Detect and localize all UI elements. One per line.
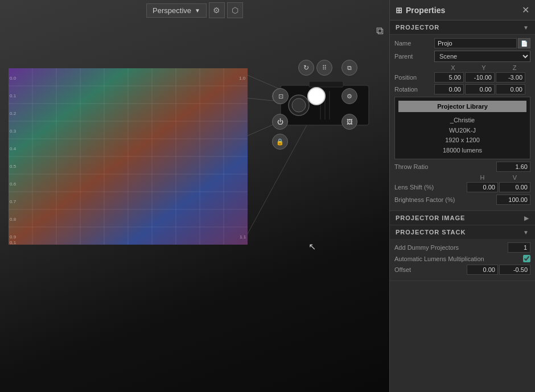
properties-icon: ⊞ — [396, 6, 402, 15]
name-input[interactable] — [434, 38, 517, 48]
projector-stack-label: PROJECTOR STACK — [396, 229, 466, 236]
display-icon-btn[interactable]: ⬡ — [227, 2, 243, 18]
name-label: Name — [394, 40, 434, 47]
projector-stack-header[interactable]: PROJECTOR STACK ▼ — [390, 225, 535, 239]
offset-inputs — [467, 265, 530, 275]
name-edit-btn[interactable]: 📄 — [518, 38, 530, 48]
rotation-inputs — [434, 84, 530, 94]
properties-panel: ⊞ Properties ✕ PROJECTOR ▼ Name 📄 Parent… — [389, 0, 535, 392]
library-box: Projector Library _Christie WU20K-J 1920… — [394, 97, 530, 159]
lock-btn[interactable]: 🔒 — [272, 134, 288, 150]
projector-section-label: PROJECTOR — [396, 24, 439, 31]
svg-text:0.0: 0.0 — [10, 76, 17, 81]
z-header: Z — [500, 64, 529, 71]
offset-row: Offset — [394, 265, 530, 275]
rotate-control-btn[interactable]: ↻ — [298, 60, 314, 76]
svg-point-40 — [292, 98, 306, 112]
svg-text:0.7: 0.7 — [10, 199, 17, 204]
position-label: Position — [394, 74, 434, 81]
rot-z-input[interactable] — [496, 84, 525, 94]
svg-text:0.1: 0.1 — [10, 93, 17, 98]
perspective-toolbar: Perspective ▼ ⚙ ⬡ — [0, 0, 389, 20]
svg-text:0,1: 0,1 — [10, 240, 17, 245]
library-button[interactable]: Projector Library — [398, 101, 526, 112]
perspective-dropdown[interactable]: Perspective ▼ — [146, 3, 207, 18]
throw-ratio-row: Throw Ratio — [394, 162, 530, 172]
parent-field-row: Parent Scene — [394, 51, 530, 62]
svg-text:0.4: 0.4 — [10, 146, 17, 151]
settings-icon-btn[interactable]: ⚙ — [209, 2, 225, 18]
svg-text:0.5: 0.5 — [10, 164, 17, 169]
brightness-label: Brightness Factor (%) — [394, 196, 496, 203]
model-label: WU20K-J — [398, 126, 526, 136]
copy-btn[interactable]: ⧉ — [341, 60, 357, 76]
auto-lumens-checkbox[interactable] — [523, 255, 530, 262]
layer-icon[interactable]: ⧉ — [376, 25, 384, 37]
perspective-label: Perspective — [153, 6, 191, 15]
rot-x-input[interactable] — [434, 84, 464, 94]
auto-lumens-label: Automatic Lumens Multiplication — [394, 255, 523, 262]
lens-shift-row: Lens Shift (%) — [394, 182, 530, 192]
projector-chevron-icon: ▼ — [523, 24, 529, 31]
x-header: X — [438, 64, 468, 71]
svg-text:0.2: 0.2 — [10, 111, 17, 116]
throw-ratio-input[interactable] — [496, 162, 530, 172]
throw-ratio-label: Throw Ratio — [394, 163, 496, 170]
dropdown-arrow-icon: ▼ — [195, 7, 200, 14]
svg-text:1.1: 1.1 — [240, 234, 246, 240]
pos-z-input[interactable] — [496, 72, 525, 82]
brightness-row: Brightness Factor (%) — [394, 195, 530, 205]
svg-text:0.6: 0.6 — [10, 181, 17, 187]
projector-image-chevron: ▶ — [524, 215, 529, 221]
screen-btn[interactable]: ⊡ — [273, 88, 289, 104]
lens-hv-headers: H V — [394, 174, 530, 181]
v-header: V — [499, 174, 530, 181]
lens-shift-inputs — [467, 182, 530, 192]
projection-screen: 0.0 0.1 0.2 0.3 0.4 0.5 0.6 0.7 0.8 0.9 … — [9, 68, 248, 245]
properties-title: Properties — [406, 6, 445, 15]
y-header: Y — [469, 64, 499, 71]
position-row: Position — [394, 72, 530, 82]
stack-content: Add Dummy Projectors Automatic Lumens Mu… — [390, 239, 535, 280]
offset-label: Offset — [394, 266, 467, 273]
center-indicator — [307, 87, 326, 105]
auto-lumens-row: Automatic Lumens Multiplication — [394, 255, 530, 262]
resolution-label: 1920 x 1200 — [398, 135, 526, 146]
rotation-row: Rotation — [394, 84, 530, 94]
parent-label: Parent — [394, 53, 434, 60]
projector-image-header[interactable]: PROJECTOR IMAGE ▶ — [390, 211, 535, 225]
image-btn[interactable]: 🖼 — [341, 114, 357, 130]
svg-text:0.9: 0.9 — [10, 234, 17, 240]
position-inputs — [434, 72, 530, 82]
projector-stack-chevron: ▼ — [523, 229, 529, 236]
power-btn[interactable]: ⏻ — [272, 114, 288, 130]
close-button[interactable]: ✕ — [522, 5, 529, 15]
rot-y-input[interactable] — [465, 84, 495, 94]
svg-rect-44 — [309, 81, 343, 87]
mixer-btn[interactable]: ⚙ — [341, 88, 357, 104]
projector-image-section: PROJECTOR IMAGE ▶ — [390, 211, 535, 225]
main-viewport: 0.0 0.1 0.2 0.3 0.4 0.5 0.6 0.7 0.8 0.9 … — [0, 0, 389, 392]
projector-fields: Name 📄 Parent Scene X Y Z P — [390, 35, 535, 211]
lens-shift-v-input[interactable] — [499, 182, 530, 192]
projector-image-label: PROJECTOR IMAGE — [396, 214, 465, 221]
lumens-label: 18000 lumens — [398, 146, 526, 156]
lens-shift-h-input[interactable] — [467, 182, 498, 192]
pos-x-input[interactable] — [434, 72, 464, 82]
svg-text:1.0: 1.0 — [239, 76, 246, 81]
parent-select[interactable]: Scene — [434, 51, 530, 62]
brightness-input[interactable] — [496, 195, 530, 205]
offset-h-input[interactable] — [467, 265, 498, 275]
pos-y-input[interactable] — [465, 72, 495, 82]
projector-device-svg — [275, 77, 374, 137]
name-value-container: 📄 — [434, 38, 530, 48]
panel-title: ⊞ Properties — [396, 6, 445, 15]
add-dummy-row: Add Dummy Projectors — [394, 242, 530, 253]
add-dummy-input[interactable] — [508, 242, 530, 253]
brand-label: _Christie — [398, 115, 526, 126]
lens-shift-label: Lens Shift (%) — [394, 184, 467, 191]
svg-text:0.3: 0.3 — [10, 129, 17, 134]
move-dots-btn[interactable]: ⠿ — [316, 60, 332, 76]
xyz-header-row: X Y Z — [394, 64, 530, 71]
offset-v-input[interactable] — [499, 265, 530, 275]
